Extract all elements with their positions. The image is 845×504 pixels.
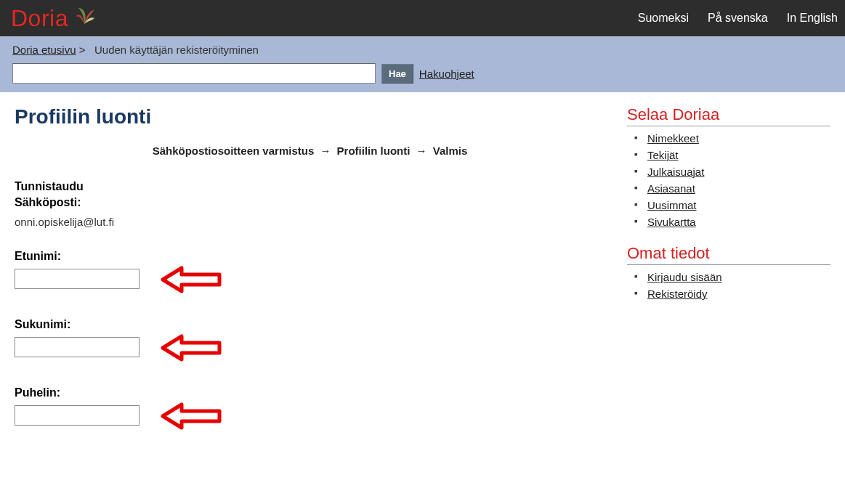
right-sidebar: Selaa Doriaa Nimekkeet Tekijät Julkaisua… (627, 105, 830, 455)
arrow-marker-icon (160, 266, 222, 296)
list-item: Tekijät (647, 149, 830, 161)
arrow-icon: → (416, 145, 427, 157)
firstname-label: Etunimi: (15, 250, 605, 263)
list-item: Sivukartta (647, 216, 830, 228)
list-item: Julkaisuajat (647, 166, 830, 178)
logo-text: Doria (11, 5, 68, 32)
phone-label: Puhelin: (15, 386, 605, 399)
step-3: Valmis (433, 145, 468, 157)
lastname-group: Sukunimi: (15, 318, 605, 357)
lastname-label: Sukunimi: (15, 318, 605, 331)
search-help-link[interactable]: Hakuohjeet (419, 68, 474, 80)
lang-en-link[interactable]: In English (787, 12, 838, 25)
search-button[interactable]: Hae (381, 64, 413, 84)
arrow-marker-icon (160, 334, 222, 365)
arrow-marker-icon (160, 402, 222, 433)
breadcrumb-separator: > (79, 44, 86, 56)
email-label: Sähköposti: (15, 195, 605, 211)
language-switcher: Suomeksi På svenska In English (638, 12, 838, 25)
list-item: Kirjaudu sisään (647, 271, 830, 283)
list-item: Nimekkeet (647, 132, 830, 145)
step-2: Profiilin luonti (337, 145, 411, 157)
register-link[interactable]: Rekisteröidy (647, 288, 708, 300)
step-1: Sähköpostiosoitteen varmistus (153, 145, 315, 157)
page-title: Profiilin luonti (15, 105, 605, 129)
form-section: Tunnistaudu Sähköposti: onni.opiskelija@… (15, 179, 605, 426)
browse-link-titles[interactable]: Nimekkeet (647, 132, 699, 145)
account-block: Omat tiedot Kirjaudu sisään Rekisteröidy (627, 244, 830, 300)
browse-block: Selaa Doriaa Nimekkeet Tekijät Julkaisua… (627, 105, 830, 228)
browse-heading: Selaa Doriaa (627, 105, 830, 126)
breadcrumb-home-link[interactable]: Doria etusivu (12, 44, 76, 56)
lang-sv-link[interactable]: På svenska (708, 12, 768, 25)
firstname-group: Etunimi: (15, 250, 605, 289)
lastname-field[interactable] (15, 337, 140, 357)
email-value: onni.opiskelija@lut.fi (15, 216, 605, 228)
list-item: Rekisteröidy (647, 288, 830, 300)
progress-steps: Sähköpostiosoitteen varmistus → Profiili… (15, 145, 605, 157)
search-row: Hae Hakuohjeet (12, 63, 833, 84)
breadcrumb: Doria etusivu > Uuden käyttäjän rekister… (12, 44, 833, 56)
sub-bar: Doria etusivu > Uuden käyttäjän rekister… (0, 36, 845, 92)
breadcrumb-current: Uuden käyttäjän rekisteröityminen (94, 44, 259, 56)
left-column: Profiilin luonti Sähköpostiosoitteen var… (15, 105, 605, 455)
arrow-icon: → (320, 145, 331, 157)
identify-label: Tunnistaudu (15, 179, 605, 195)
search-input[interactable] (12, 63, 376, 84)
list-item: Asiasanat (647, 182, 830, 195)
phone-group: Puhelin: (15, 386, 605, 426)
browse-link-sitemap[interactable]: Sivukartta (647, 216, 696, 228)
browse-link-dates[interactable]: Julkaisuajat (647, 166, 704, 178)
browse-link-authors[interactable]: Tekijät (647, 149, 679, 161)
list-item: Uusimmat (647, 199, 830, 211)
site-logo[interactable]: Doria (11, 5, 97, 32)
account-heading: Omat tiedot (627, 244, 830, 265)
account-list: Kirjaudu sisään Rekisteröidy (627, 271, 830, 300)
top-bar: Doria Suomeksi På svenska In English (0, 0, 845, 36)
phone-field[interactable] (15, 405, 140, 426)
lang-fi-link[interactable]: Suomeksi (638, 12, 689, 25)
browse-link-recent[interactable]: Uusimmat (647, 199, 697, 211)
browse-link-subjects[interactable]: Asiasanat (647, 182, 695, 195)
main-content: Profiilin luonti Sähköpostiosoitteen var… (0, 92, 845, 455)
browse-list: Nimekkeet Tekijät Julkaisuajat Asiasanat… (627, 132, 830, 228)
firstname-field[interactable] (15, 269, 140, 289)
leaf-icon (71, 2, 97, 28)
login-link[interactable]: Kirjaudu sisään (647, 271, 722, 283)
